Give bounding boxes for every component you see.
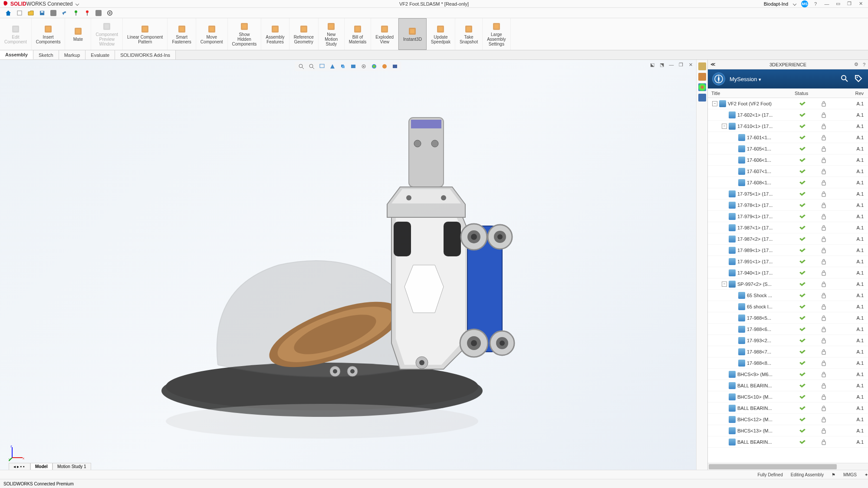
appearance-icon[interactable] <box>370 62 378 70</box>
session-search-icon[interactable] <box>840 74 850 84</box>
tree-row[interactable]: BHCS<9> (M6...A.1 <box>708 369 868 380</box>
restore-icon[interactable]: ❐ <box>845 1 853 7</box>
tree-row[interactable]: 17-605<1...A.1 <box>708 143 868 154</box>
motion-tab-model[interactable]: Model <box>30 463 53 470</box>
tree-row[interactable]: 17-993<2...A.1 <box>708 335 868 346</box>
ribbon-insert-components[interactable]: Insert Components <box>32 18 66 50</box>
tab-sketch[interactable]: Sketch <box>33 50 59 59</box>
tree-row[interactable]: 17-978<1> (17...A.1 <box>708 200 868 211</box>
tree-row[interactable]: BHCS<12> (M...A.1 <box>708 414 868 425</box>
tree-row[interactable]: 17-975<1> (17...A.1 <box>708 188 868 200</box>
tree-expander-icon[interactable]: − <box>722 124 727 129</box>
tree-row[interactable]: 17-987<2> (17...A.1 <box>708 233 868 245</box>
display-style-icon[interactable] <box>349 62 357 70</box>
qat-rebuild-icon[interactable] <box>82 9 92 17</box>
user-avatar[interactable]: MS <box>801 0 808 7</box>
ribbon-move-component[interactable]: Move Component <box>196 18 228 50</box>
viewport-collapse-right-icon[interactable]: ⬔ <box>658 62 666 68</box>
session-dropdown-icon[interactable]: ▾ <box>759 77 761 82</box>
viewport-minimize-icon[interactable]: — <box>667 62 675 68</box>
tree-row[interactable]: 17-991<1> (17...A.1 <box>708 256 868 267</box>
session-compass-icon[interactable] <box>712 72 725 85</box>
tree-row[interactable]: 17-988<7...A.1 <box>708 346 868 357</box>
ribbon-exploded-view[interactable]: Exploded View <box>371 18 398 50</box>
status-flag-icon[interactable]: ⚑ <box>832 472 835 477</box>
previous-view-icon[interactable] <box>318 62 326 70</box>
tree-row[interactable]: 17-606<1...A.1 <box>708 154 868 166</box>
panel-settings-icon[interactable]: ⚙ <box>854 62 858 67</box>
tree-row[interactable]: 17-601<1...A.1 <box>708 132 868 143</box>
tree-row[interactable]: 17-988<6...A.1 <box>708 324 868 335</box>
ribbon-reference-geometry[interactable]: Reference Geometry <box>289 18 319 50</box>
tree-row[interactable]: −17-610<1> (17...A.1 <box>708 121 868 132</box>
tree-header-title[interactable]: Title <box>708 91 795 96</box>
qat-undo-icon[interactable] <box>60 9 69 17</box>
qat-options-icon[interactable] <box>94 9 103 17</box>
layout-icon[interactable]: ▭ <box>834 1 842 7</box>
help-icon[interactable]: ? <box>812 1 819 7</box>
tab-solidworks-add-ins[interactable]: SOLIDWORKS Add-Ins <box>115 50 176 59</box>
tree-row[interactable]: BHCS<10> (M...A.1 <box>708 391 868 403</box>
hide-show-icon[interactable] <box>360 62 368 70</box>
qat-save-icon[interactable] <box>37 9 47 17</box>
tree-row[interactable]: 17-607<1...A.1 <box>708 166 868 177</box>
viewport-close-icon[interactable]: ✕ <box>687 62 694 68</box>
tree-row[interactable]: 17-988<5...A.1 <box>708 312 868 324</box>
tree-row[interactable]: 65 Shock ...A.1 <box>708 290 868 301</box>
taskpane-appearances-icon[interactable] <box>698 83 706 91</box>
ribbon-new-motion-study[interactable]: New Motion Study <box>319 18 345 50</box>
ribbon-instant3d[interactable]: Instant3D <box>398 18 427 50</box>
tree-row[interactable]: 17-987<1> (17...A.1 <box>708 222 868 233</box>
scroll-thumb[interactable] <box>709 464 837 469</box>
session-tag-icon[interactable] <box>854 74 864 84</box>
tree-row[interactable]: 17-979<1> (17...A.1 <box>708 211 868 222</box>
panel-help-icon[interactable]: ? <box>863 62 865 67</box>
ribbon-mate[interactable]: Mate <box>65 18 91 50</box>
tree-expander-icon[interactable]: − <box>712 101 717 106</box>
motion-tab-motion-study-1[interactable]: Motion Study 1 <box>53 463 91 470</box>
tree-row[interactable]: 17-989<1> (17...A.1 <box>708 245 868 256</box>
close-icon[interactable]: ✕ <box>857 1 865 7</box>
tree-row[interactable]: 17-602<1> (17...A.1 <box>708 109 868 121</box>
session-name[interactable]: MySession ▾ <box>730 76 761 82</box>
minimize-icon[interactable]: — <box>823 1 831 7</box>
tree-scrollbar-horizontal[interactable] <box>708 463 868 470</box>
tree-row[interactable]: −SP-997<2> (S...A.1 <box>708 278 868 290</box>
taskpane-home-icon[interactable] <box>698 62 706 70</box>
scene-icon[interactable] <box>381 62 388 70</box>
home-icon[interactable] <box>3 9 13 17</box>
ribbon-large-assembly-settings[interactable]: Large Assembly Settings <box>483 18 510 50</box>
status-units[interactable]: MMGS <box>843 472 857 477</box>
ribbon-show-hidden-components[interactable]: Show Hidden Components <box>228 18 262 50</box>
tree-body[interactable]: −VF2 Foot (VF2 Foot)A.117-602<1> (17...A… <box>708 98 868 463</box>
tree-row[interactable]: 17-608<1...A.1 <box>708 177 868 188</box>
qat-settings-icon[interactable] <box>105 9 115 17</box>
tree-expander-icon[interactable]: − <box>722 282 727 287</box>
user-name[interactable]: Biodapt-Ind <box>764 1 788 7</box>
tree-row[interactable]: BALL BEARIN...A.1 <box>708 380 868 391</box>
tree-row[interactable]: BALL BEARIN...A.1 <box>708 436 868 448</box>
ribbon-assembly-features[interactable]: Assembly Features <box>261 18 289 50</box>
ribbon-update-speedpak[interactable]: Update Speedpak <box>427 18 455 50</box>
ribbon-smart-fasteners[interactable]: Smart Fasteners <box>168 18 196 50</box>
tree-row[interactable]: BALL BEARIN...A.1 <box>708 403 868 414</box>
render-icon[interactable] <box>391 62 399 70</box>
qat-print-icon[interactable] <box>49 9 58 17</box>
ribbon-take-snapshot[interactable]: Take Snapshot <box>455 18 483 50</box>
tab-evaluate[interactable]: Evaluate <box>85 50 115 59</box>
user-dropdown-icon[interactable] <box>793 2 796 5</box>
taskpane-design-library-icon[interactable] <box>698 73 706 81</box>
qat-new-icon[interactable] <box>15 9 24 17</box>
motion-tab-controls[interactable]: ◂ ▸ ▪ ▪ <box>9 463 30 470</box>
tab-assembly[interactable]: Assembly <box>0 50 33 59</box>
ribbon-bill-of-materials[interactable]: Bill of Materials <box>345 18 372 50</box>
section-view-icon[interactable] <box>329 62 336 70</box>
tree-row[interactable]: 65 shock l...A.1 <box>708 301 868 312</box>
zoom-area-icon[interactable] <box>308 62 316 70</box>
status-star-icon[interactable]: ✦ <box>865 472 868 477</box>
view-orientation-icon[interactable] <box>339 62 347 70</box>
taskpane-custom-props-icon[interactable] <box>698 94 706 102</box>
qat-select-light-icon[interactable] <box>71 9 81 17</box>
tree-header-status[interactable]: Status <box>795 91 825 96</box>
viewport-collapse-left-icon[interactable]: ⬕ <box>648 62 656 68</box>
